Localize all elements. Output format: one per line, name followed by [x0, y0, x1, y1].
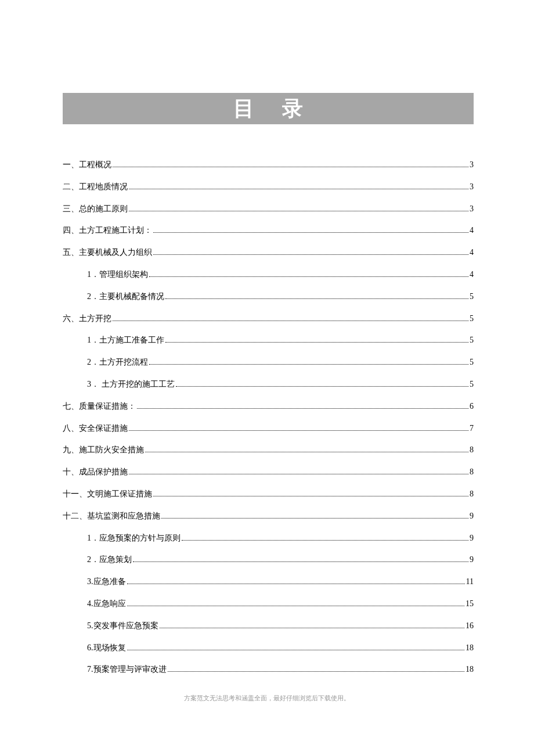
toc-leader-dots: [168, 671, 465, 672]
toc-leader-dots: [133, 561, 468, 562]
toc-label: 3． 土方开挖的施工工艺: [87, 380, 175, 390]
toc-leader-dots: [113, 321, 468, 321]
toc-label: 十二、基坑监测和应急措施: [63, 512, 160, 521]
toc-leader-dots: [160, 628, 465, 628]
toc-entry[interactable]: 6.现场恢复18: [63, 643, 474, 653]
toc-entry[interactable]: 2．主要机械配备情况5: [63, 292, 474, 302]
toc-leader-dots: [153, 232, 468, 233]
toc-page-number: 18: [466, 643, 474, 653]
toc-page-number: 5: [470, 314, 474, 324]
toc-leader-dots: [145, 452, 468, 452]
toc-entry[interactable]: 2．土方开挖流程5: [63, 358, 474, 368]
toc-leader-dots: [153, 254, 468, 255]
footer-note: 方案范文无法思考和涵盖全面，最好仔细浏览后下载使用。: [0, 694, 534, 703]
toc-entry[interactable]: 四、土方工程施工计划：4: [63, 226, 474, 236]
toc-entry[interactable]: 八、安全保证措施7: [63, 424, 474, 434]
toc-page-number: 3: [470, 182, 474, 192]
toc-label: 九、施工防火安全措施: [63, 445, 144, 455]
toc-entry[interactable]: 十、成品保护措施8: [63, 467, 474, 477]
toc-page-number: 5: [470, 336, 474, 345]
toc-page-number: 5: [470, 292, 474, 302]
toc-entry[interactable]: 3.应急准备11: [63, 577, 474, 587]
toc-label: 四、土方工程施工计划：: [63, 226, 152, 236]
toc-label: 十、成品保护措施: [63, 467, 128, 477]
toc-entry[interactable]: 一、工程概况3: [63, 160, 474, 170]
toc-label: 六、土方开挖: [63, 314, 111, 324]
toc-page-number: 7: [470, 424, 474, 434]
toc-label: 一、工程概况: [63, 160, 111, 170]
toc-entry[interactable]: 1．应急预案的方针与原则9: [63, 534, 474, 543]
toc-label: 3.应急准备: [87, 577, 126, 587]
toc-entry[interactable]: 4.应急响应15: [63, 599, 474, 609]
toc-label: 1．应急预案的方针与原则: [87, 534, 181, 543]
toc-page-number: 9: [470, 534, 474, 543]
toc-entry[interactable]: 5.突发事件应急预案16: [63, 621, 474, 631]
toc-entry[interactable]: 九、施工防火安全措施8: [63, 445, 474, 455]
toc-page-number: 6: [470, 402, 474, 412]
toc-page-number: 9: [470, 555, 474, 565]
toc-label: 7.预案管理与评审改进: [87, 665, 167, 675]
toc-label: 2．应急策划: [87, 555, 132, 565]
toc-leader-dots: [161, 518, 468, 519]
toc-entry[interactable]: 六、土方开挖5: [63, 314, 474, 324]
toc-entry[interactable]: 1．管理组织架构4: [63, 270, 474, 280]
toc-page-number: 3: [470, 160, 474, 170]
toc-leader-dots: [129, 189, 468, 189]
toc-label: 6.现场恢复: [87, 643, 126, 653]
toc-page-number: 11: [466, 577, 474, 587]
toc-entry[interactable]: 五、主要机械及人力组织4: [63, 248, 474, 258]
toc-page-number: 4: [470, 226, 474, 236]
toc-entry[interactable]: 十二、基坑监测和应急措施9: [63, 512, 474, 521]
toc-label: 八、安全保证措施: [63, 424, 128, 434]
toc-label: 二、工程地质情况: [63, 182, 128, 192]
toc-entry[interactable]: 七、质量保证措施：6: [63, 402, 474, 412]
toc-page-number: 16: [466, 621, 474, 631]
toc-page-number: 8: [470, 489, 474, 499]
toc-label: 五、主要机械及人力组织: [63, 248, 152, 258]
toc-label: 1．土方施工准备工作: [87, 336, 164, 345]
title-bar: 目录: [63, 93, 474, 124]
document-page: 目录 一、工程概况3二、工程地质情况3三、总的施工原则3四、土方工程施工计划：4…: [0, 0, 534, 675]
toc-label: 1．管理组织架构: [87, 270, 148, 280]
toc-page-number: 8: [470, 445, 474, 455]
toc-leader-dots: [113, 167, 468, 167]
toc-leader-dots: [165, 298, 468, 299]
toc-leader-dots: [165, 342, 468, 343]
toc-leader-dots: [137, 408, 468, 409]
toc-label: 七、质量保证措施：: [63, 402, 136, 412]
toc-entry[interactable]: 7.预案管理与评审改进18: [63, 665, 474, 675]
toc-entry[interactable]: 十一、文明施工保证措施8: [63, 489, 474, 499]
toc-leader-dots: [149, 276, 468, 277]
toc-entry[interactable]: 3． 土方开挖的施工工艺5: [63, 380, 474, 390]
toc-page-number: 18: [466, 665, 474, 675]
toc-leader-dots: [129, 474, 468, 474]
toc-label: 十一、文明施工保证措施: [63, 489, 152, 499]
toc-leader-dots: [129, 430, 468, 431]
toc-leader-dots: [176, 386, 469, 387]
toc-page-number: 4: [470, 270, 474, 280]
toc-leader-dots: [149, 364, 468, 365]
toc-label: 2．主要机械配备情况: [87, 292, 164, 302]
page-title: 目录: [233, 95, 331, 123]
toc-page-number: 5: [470, 358, 474, 368]
toc-label: 5.突发事件应急预案: [87, 621, 158, 631]
toc-label: 4.应急响应: [87, 599, 126, 609]
toc-leader-dots: [127, 606, 465, 606]
toc-page-number: 4: [470, 248, 474, 258]
toc-entry[interactable]: 2．应急策划9: [63, 555, 474, 565]
table-of-contents: 一、工程概况3二、工程地质情况3三、总的施工原则3四、土方工程施工计划：4五、主…: [63, 160, 474, 675]
toc-entry[interactable]: 二、工程地质情况3: [63, 182, 474, 192]
toc-leader-dots: [182, 540, 468, 541]
toc-page-number: 15: [466, 599, 474, 609]
toc-leader-dots: [129, 211, 468, 211]
toc-entry[interactable]: 三、总的施工原则3: [63, 204, 474, 214]
toc-label: 三、总的施工原则: [63, 204, 128, 214]
toc-leader-dots: [153, 496, 468, 496]
toc-page-number: 3: [470, 204, 474, 214]
toc-page-number: 8: [470, 467, 474, 477]
toc-leader-dots: [127, 650, 465, 650]
toc-leader-dots: [127, 584, 465, 584]
toc-page-number: 5: [470, 380, 474, 390]
toc-entry[interactable]: 1．土方施工准备工作5: [63, 336, 474, 345]
toc-label: 2．土方开挖流程: [87, 358, 148, 368]
